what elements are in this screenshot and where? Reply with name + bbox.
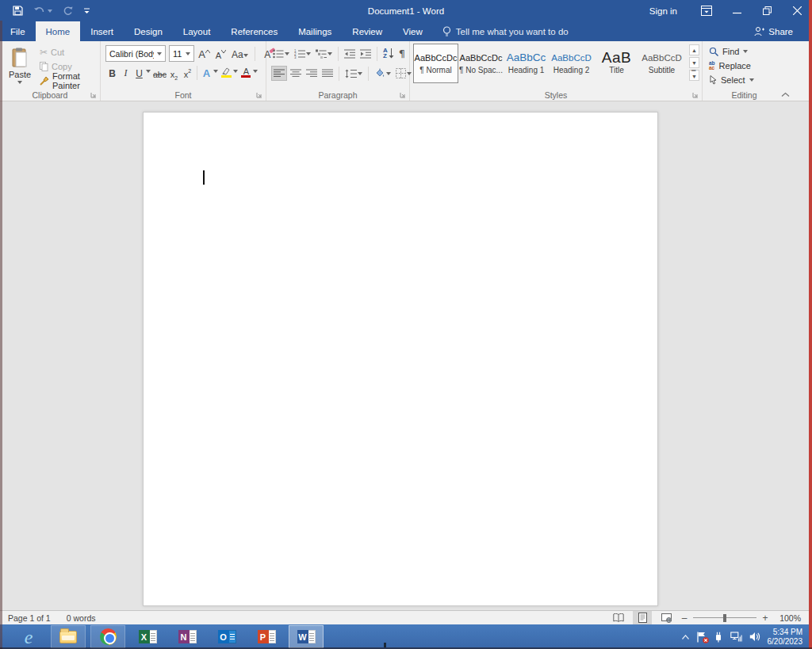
numbering-caret[interactable] (306, 52, 311, 55)
format-painter-button[interactable]: Format Painter (40, 74, 100, 86)
taskbar-internet-explorer-icon[interactable]: e (11, 625, 46, 648)
text-effects-button[interactable]: A (200, 65, 213, 81)
subscript-button[interactable]: x2 (167, 65, 181, 81)
zoom-slider-thumb[interactable] (723, 614, 726, 622)
style-normal[interactable]: AaBbCcDc ¶ Normal (413, 44, 458, 83)
restore-button[interactable] (752, 0, 782, 21)
replace-button[interactable]: ab ac Replace (709, 59, 751, 72)
document-page[interactable] (143, 112, 658, 606)
sign-in-link[interactable]: Sign in (635, 6, 691, 16)
tab-view[interactable]: View (393, 21, 433, 41)
zoom-slider[interactable] (693, 611, 756, 624)
underline-caret[interactable] (146, 70, 151, 73)
clipboard-dialog-launcher-icon[interactable] (90, 92, 97, 98)
superscript-button[interactable]: x2 (181, 65, 194, 81)
decrease-indent-button[interactable] (343, 46, 357, 61)
style-subtitle[interactable]: AaBbCcD Subtitle (639, 44, 684, 83)
sort-button[interactable]: A Z (381, 46, 396, 61)
font-family-combobox[interactable]: Calibri (Body) (105, 45, 166, 62)
style-no-spacing[interactable]: AaBbCcDc ¶ No Spac... (458, 44, 504, 83)
font-color-caret[interactable] (253, 70, 258, 73)
tab-design[interactable]: Design (124, 21, 173, 41)
tab-home[interactable]: Home (36, 21, 81, 41)
taskbar-powerpoint-icon[interactable]: P (249, 625, 284, 648)
taskbar-chrome-icon[interactable] (90, 625, 125, 648)
style-heading-2[interactable]: AaBbCcD Heading 2 (549, 44, 594, 83)
select-caret[interactable] (749, 78, 754, 82)
highlight-caret[interactable] (233, 70, 238, 73)
text-effects-caret[interactable] (213, 70, 218, 73)
styles-scroll-down-icon[interactable]: ▼ (689, 57, 699, 68)
tab-file[interactable]: File (0, 21, 36, 41)
undo-dropdown-caret[interactable] (48, 10, 52, 13)
numbering-button[interactable]: 123 (293, 46, 312, 61)
find-button[interactable]: Find (709, 45, 748, 58)
multilevel-list-button[interactable] (314, 46, 334, 61)
taskbar-excel-icon[interactable]: X (130, 625, 165, 648)
style-title[interactable]: AaB Title (594, 44, 639, 83)
page-count-status[interactable]: Page 1 of 1 (0, 613, 59, 623)
minimize-button[interactable] (722, 0, 752, 21)
paste-button[interactable]: Paste (3, 44, 36, 87)
font-size-combobox[interactable]: 11 (169, 45, 194, 62)
show-hidden-icons-button[interactable] (682, 635, 689, 639)
tell-me-box[interactable]: Tell me what you want to do (433, 21, 578, 41)
undo-icon[interactable] (33, 6, 52, 16)
customize-quick-access-toolbar-icon[interactable] (83, 6, 90, 15)
share-button[interactable]: Share (754, 21, 812, 41)
grow-font-button[interactable]: A (197, 46, 211, 62)
increase-indent-button[interactable] (358, 46, 373, 61)
shrink-font-button[interactable]: A (214, 46, 228, 62)
styles-dialog-launcher-icon[interactable] (692, 92, 699, 98)
tab-references[interactable]: References (220, 21, 288, 41)
ribbon-display-options-icon[interactable] (691, 0, 722, 21)
taskbar-outlook-icon[interactable]: O (209, 625, 244, 648)
save-icon[interactable] (13, 6, 23, 16)
bullets-button[interactable] (271, 46, 291, 61)
line-spacing-caret[interactable] (358, 72, 362, 75)
network-icon[interactable] (730, 632, 742, 642)
tab-layout[interactable]: Layout (173, 21, 221, 41)
tab-insert[interactable]: Insert (80, 21, 124, 41)
justify-button[interactable] (320, 66, 335, 81)
taskbar-clock[interactable]: 5:34 PM 6/20/2023 (768, 628, 803, 647)
font-color-button[interactable]: A (239, 65, 253, 81)
multilevel-caret[interactable] (327, 52, 332, 55)
change-case-button[interactable]: Aa (231, 46, 249, 62)
taskbar-word-icon[interactable]: W (289, 625, 324, 648)
zoom-in-button[interactable]: + (761, 613, 769, 624)
highlight-color-button[interactable] (220, 65, 233, 81)
action-center-flag-icon[interactable] (696, 632, 707, 643)
power-plug-icon[interactable] (714, 632, 723, 643)
line-spacing-button[interactable] (343, 66, 364, 81)
read-mode-view-icon[interactable] (609, 611, 628, 624)
underline-button[interactable]: U (132, 65, 146, 81)
tab-review[interactable]: Review (342, 21, 393, 41)
zoom-out-button[interactable]: – (680, 613, 688, 624)
style-heading-1[interactable]: AaBbCc Heading 1 (504, 44, 549, 83)
font-dialog-launcher-icon[interactable] (256, 92, 262, 98)
paragraph-dialog-launcher-icon[interactable] (400, 92, 406, 98)
word-count-status[interactable]: 0 words (59, 613, 104, 623)
font-size-caret[interactable] (186, 52, 190, 55)
paste-dropdown-caret[interactable] (17, 81, 22, 84)
zoom-level[interactable]: 100% (774, 613, 801, 623)
document-canvas[interactable] (0, 101, 812, 610)
taskbar-onenote-icon[interactable]: N (170, 625, 205, 648)
italic-button[interactable]: I (119, 65, 132, 81)
bullets-caret[interactable] (285, 52, 289, 55)
tab-mailings[interactable]: Mailings (288, 21, 342, 41)
redo-icon[interactable] (63, 6, 73, 16)
collapse-ribbon-icon[interactable] (781, 92, 790, 97)
align-center-button[interactable] (289, 66, 303, 81)
align-left-button[interactable] (271, 66, 287, 81)
find-caret[interactable] (743, 50, 748, 53)
web-layout-view-icon[interactable] (657, 611, 676, 624)
align-right-button[interactable] (304, 66, 319, 81)
styles-more-icon[interactable]: ▔▼ (689, 70, 699, 81)
shading-button[interactable] (373, 66, 393, 81)
shading-caret[interactable] (386, 72, 391, 75)
styles-scroll-up-icon[interactable]: ▲ (689, 44, 699, 55)
speaker-icon[interactable] (749, 632, 760, 642)
close-button[interactable] (782, 0, 812, 21)
